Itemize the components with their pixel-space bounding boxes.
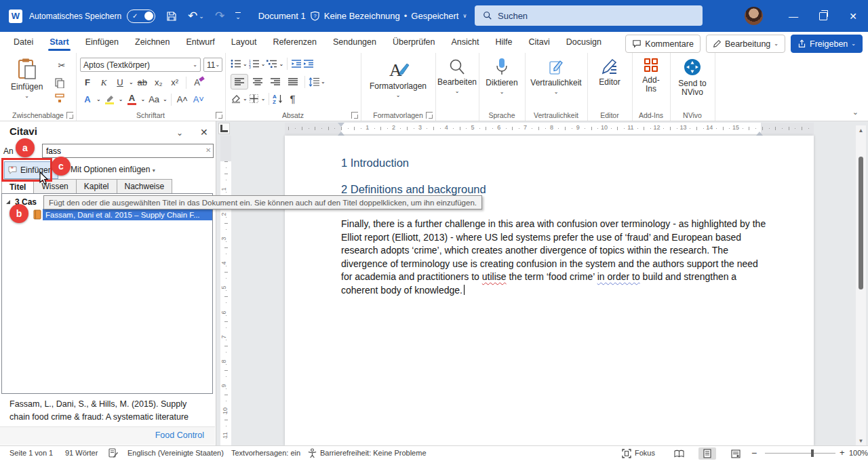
text-effects-button[interactable]: A [80,92,95,106]
citavi-tab-nachweise[interactable]: Nachweise [117,179,173,194]
page-indicator[interactable]: Seite 1 von 1 [9,449,53,457]
citavi-insert-options-button[interactable]: Mit Optionen einfügen ▾ [71,165,155,174]
line-spacing-button[interactable] [309,77,319,87]
ribbon-tab-zeichnen[interactable]: Zeichnen [127,33,178,52]
subscript-button[interactable]: x₂ [151,75,166,89]
font-size-select[interactable]: 11⌄ [203,58,222,72]
underline-button[interactable]: U [113,75,127,89]
close-pane-icon[interactable]: ✕ [200,127,208,138]
redo-button[interactable]: ↷ [215,10,224,22]
ribbon-tab-entwurf[interactable]: Entwurf [178,33,222,52]
dictate-button[interactable]: Diktieren ⌄ [479,58,525,95]
bold-button[interactable]: F [80,75,95,89]
align-center-button[interactable] [250,75,266,89]
zoom-slider-track[interactable] [765,453,835,454]
numbered-list-button[interactable]: 123 [249,59,260,68]
shrink-font-button[interactable]: A˅ [191,92,206,106]
comments-button[interactable]: Kommentare [625,35,701,53]
editing-mode-button[interactable]: Bearbeitung ⌄ [706,35,785,53]
shading-button[interactable] [231,94,241,104]
editor-button[interactable]: Editor [587,58,632,87]
font-color-button[interactable]: A [124,92,139,106]
sensitivity-button[interactable]: Vertraulichkeit ⌄ [525,58,587,95]
minimize-button[interactable]: — [778,0,808,32]
ribbon-tab-docusign[interactable]: Docusign [558,33,610,52]
styles-dialog-launcher[interactable] [426,112,433,119]
font-dialog-launcher[interactable] [216,112,222,119]
accessibility-status[interactable]: Barrierefreiheit: Keine Probleme [320,449,427,457]
left-indent-marker[interactable] [338,128,344,136]
citavi-journal-link[interactable]: Food Control [155,430,204,440]
editing-button[interactable]: Bearbeiten ⌄ [435,58,479,94]
paste-button[interactable]: Einfügen ⌄ [11,58,43,99]
italic-button[interactable]: K [96,75,111,89]
ribbon-tab-datei[interactable]: Datei [5,33,41,52]
ribbon-tab-überprüfen[interactable]: Überprüfen [384,33,443,52]
undo-button[interactable]: ↶⌄ [188,10,204,22]
quick-access-overflow-button[interactable]: ⌄ [235,12,241,20]
clear-search-icon[interactable]: ✕ [205,146,211,154]
ribbon-tab-referenzen[interactable]: Referenzen [264,33,325,52]
addins-button[interactable]: Add- Ins [632,58,670,94]
search-box[interactable]: Suchen [475,5,703,26]
citavi-result-list[interactable]: 3 Cas Fassam, Dani et al. 2015 – Supply … [1,193,213,394]
align-right-button[interactable] [267,75,283,89]
borders-button[interactable] [249,94,260,104]
grow-font-button[interactable]: A˄ [175,92,190,106]
justify-button[interactable] [285,75,301,89]
ribbon-tab-citavi[interactable]: Citavi [521,33,558,52]
ribbon-tab-ansicht[interactable]: Ansicht [443,33,488,52]
document-page[interactable]: 1 Introduction 2 Definitions and backgro… [285,136,814,446]
citavi-reference-item[interactable]: Fassam, Dani et al. 2015 – Supply Chain … [43,209,212,220]
right-indent-marker[interactable] [756,128,763,136]
user-avatar[interactable] [745,7,763,25]
web-layout-button[interactable] [727,447,745,460]
horizontal-ruler[interactable]: 123456789101112131415 [285,123,814,134]
text-predictions-indicator[interactable]: Textvorhersagen: ein [231,449,300,457]
collapse-ribbon-chevron[interactable]: ⌄ [852,108,859,117]
clipboard-dialog-launcher[interactable] [66,112,73,119]
restore-button[interactable] [808,0,838,32]
bullet-list-button[interactable] [231,59,241,68]
sort-button[interactable]: AZ [273,94,283,104]
zoom-slider-thumb[interactable] [811,449,814,457]
citavi-tab-kapitel[interactable]: Kapitel [77,179,117,194]
decrease-indent-button[interactable] [291,59,302,68]
focus-button[interactable]: Fokus [635,449,655,457]
ribbon-tab-einfügen[interactable]: Einfügen [77,33,127,52]
highlight-button[interactable] [102,92,117,106]
ribbon-tab-layout[interactable]: Layout [223,33,265,52]
change-case-button[interactable]: Aa [146,92,161,106]
copy-button[interactable] [54,77,65,88]
clear-formatting-button[interactable]: A [190,75,205,89]
share-button[interactable]: Freigeben ⌄ [791,35,863,53]
paragraph-marks-button[interactable]: ¶ [285,92,300,106]
word-count[interactable]: 91 Wörter [65,449,98,457]
format-painter-button[interactable] [54,93,65,104]
tab-selector[interactable] [218,123,230,134]
scroll-up-arrow[interactable]: ▲ [856,125,866,136]
zoom-out-button[interactable]: − [751,447,757,458]
vertical-scrollbar[interactable]: ▲ ▼ [856,125,866,446]
multilevel-list-button[interactable] [267,59,277,68]
increase-indent-button[interactable] [303,59,314,68]
strikethrough-button[interactable]: ab [135,75,150,89]
font-name-select[interactable]: Aptos (Textkörper)⌄ [80,58,201,72]
scroll-down-arrow[interactable]: ▼ [856,436,866,446]
citavi-search-input[interactable] [42,144,214,158]
send-to-nvivo-button[interactable]: Send to NVivo [670,58,715,97]
ribbon-tab-hilfe[interactable]: Hilfe [488,33,521,52]
print-layout-button[interactable] [698,447,716,460]
proofing-icon[interactable] [108,448,118,458]
read-mode-button[interactable] [670,447,688,460]
ribbon-tab-start[interactable]: Start [41,33,77,52]
save-button[interactable] [166,11,177,22]
align-left-button[interactable] [231,74,248,89]
vertical-ruler[interactable]: 1234567891011 [220,136,231,446]
document-identity[interactable]: Document 1 ? Keine Bezeichnung • Gespeic… [258,11,467,21]
paragraph-dialog-launcher[interactable] [351,112,358,119]
superscript-button[interactable]: x² [167,75,182,89]
cut-button[interactable]: ✂ [54,58,69,73]
autosave-toggle[interactable]: ✓ [127,9,155,23]
styles-button[interactable]: A Formatvorlagen ⌄ [361,58,435,98]
